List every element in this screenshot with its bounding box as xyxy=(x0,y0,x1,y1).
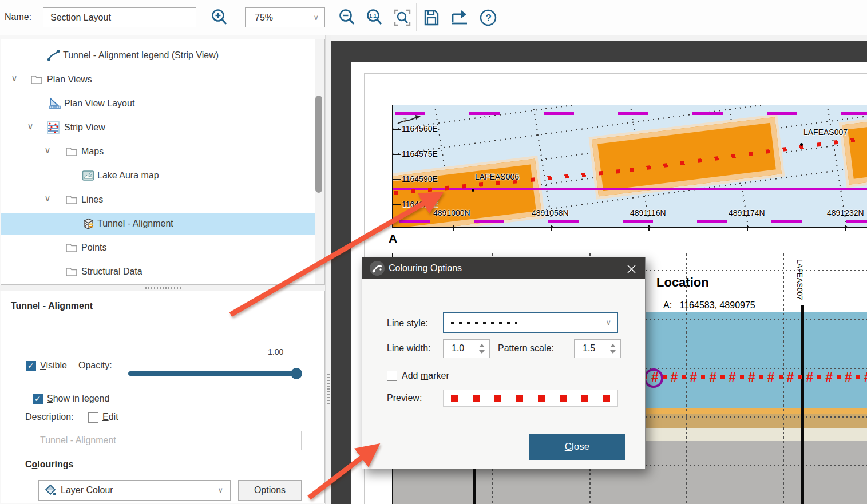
marker-dot xyxy=(701,375,705,379)
preview-dash xyxy=(451,395,458,402)
line-width-spinner[interactable]: 1.0 xyxy=(443,339,490,358)
spinner-up-icon[interactable] xyxy=(479,344,485,347)
spinner-up-icon[interactable] xyxy=(610,344,616,347)
sidebar-item-maps[interactable]: ∨Maps xyxy=(1,141,324,162)
zoom-fit-button[interactable] xyxy=(391,7,413,29)
sidebar-item-plan-views[interactable]: ∨Plan Views xyxy=(1,69,324,90)
panel-splitter[interactable] xyxy=(0,285,325,291)
tree-item-label: Strip View xyxy=(64,122,105,133)
sidebar-item-points[interactable]: Points xyxy=(1,237,324,259)
line-style-label: Line style: xyxy=(387,318,428,328)
map-edge-dash xyxy=(846,220,867,223)
zoom-out-button[interactable] xyxy=(336,7,358,29)
selection-circle xyxy=(644,368,663,388)
marker-hash: # xyxy=(729,370,736,385)
visible-checkbox[interactable] xyxy=(26,361,36,371)
marker-hash: # xyxy=(748,370,755,385)
add-marker-checkbox[interactable] xyxy=(387,371,397,381)
chevron-down-icon: ∨ xyxy=(605,318,611,327)
location-a-label: A: xyxy=(663,300,672,310)
save-icon xyxy=(422,8,441,27)
section-start-label: A xyxy=(389,232,397,245)
easting-label: 1164605E xyxy=(402,200,438,209)
sidebar-item-plan-view-layout[interactable]: Plan View Layout xyxy=(1,93,324,114)
marker-hash: # xyxy=(767,370,775,385)
pattern-scale-spinner[interactable]: 1.5 xyxy=(574,339,621,358)
pattern-scale-label: Pattern scale: xyxy=(498,343,554,354)
close-button[interactable]: Close xyxy=(529,434,625,460)
sidebar-item-strip-view[interactable]: ∨Strip View xyxy=(1,117,324,138)
sidebar-item-lines[interactable]: ∨Lines xyxy=(1,189,324,211)
marker-dot xyxy=(720,375,725,379)
drillhole-label: LAFEAS007 xyxy=(795,259,804,308)
location-row-a: A: 1164583, 4890975 xyxy=(663,300,755,311)
map-edge-dash xyxy=(697,220,727,223)
zoom-actual-size-button[interactable]: 1:1 xyxy=(364,7,386,29)
map-edge-dash xyxy=(618,112,648,115)
edit-description-checkbox[interactable] xyxy=(88,412,98,423)
chevron-down-icon[interactable]: ∨ xyxy=(41,145,54,158)
zoom-in-button[interactable] xyxy=(209,7,231,29)
map-edge-dash xyxy=(623,220,653,223)
strip-map-view[interactable]: 1164560E1164575E1164590E1164605E4891000N… xyxy=(392,105,867,228)
map-edge-dash xyxy=(544,112,574,115)
marker-hash: # xyxy=(825,370,833,385)
map-edge-dash xyxy=(767,112,797,115)
zoom-level-select[interactable]: 75% ∨ xyxy=(245,7,325,27)
easting-label: 1164590E xyxy=(402,174,438,184)
sidebar-item-lake-aura-map[interactable]: Lake Aura map xyxy=(1,165,324,186)
marker-hash: # xyxy=(845,370,852,385)
edit-label: Edit xyxy=(102,412,118,422)
map-tick xyxy=(393,204,401,205)
dialog-titlebar[interactable]: Colouring Options xyxy=(362,257,645,279)
tree-scrollbar-track[interactable] xyxy=(315,39,324,284)
line-style-select[interactable]: ∨ xyxy=(443,312,618,333)
folder-icon xyxy=(65,265,78,279)
sidebar-item-tunnel-alignment-legend-strip-view-[interactable]: Tunnel - Alignment legend (Strip View) xyxy=(1,45,324,66)
sidebar-item-structural-data[interactable]: Structural Data xyxy=(1,261,324,283)
map-gridline xyxy=(392,105,867,130)
chevron-down-icon: ∨ xyxy=(313,13,319,22)
description-input[interactable] xyxy=(33,431,302,450)
map-axis-tick xyxy=(453,225,454,231)
map-tick xyxy=(393,129,401,130)
tree-item-label: Tunnel - Alignment legend (Strip View) xyxy=(63,50,219,61)
show-in-legend-checkbox[interactable] xyxy=(33,394,43,404)
northing-label: 4891000N xyxy=(433,208,470,217)
opacity-slider-knob[interactable] xyxy=(291,368,302,379)
export-button[interactable] xyxy=(448,7,470,29)
toolbar-separator xyxy=(474,3,474,31)
layout-name-input[interactable] xyxy=(43,7,196,27)
sidebar-item-tunnel-alignment[interactable]: Tunnel - Alignment xyxy=(1,213,324,235)
chevron-down-icon[interactable]: ∨ xyxy=(24,121,37,134)
tree-item-label: Lake Aura map xyxy=(97,170,159,181)
layout-tree-panel: Tunnel - Alignment legend (Strip View)∨P… xyxy=(1,39,325,285)
spinner-down-icon[interactable] xyxy=(479,350,485,354)
marker-hash: # xyxy=(690,370,698,385)
vertical-splitter[interactable] xyxy=(325,35,331,504)
marker-hash: # xyxy=(709,370,716,385)
chevron-down-icon[interactable]: ∨ xyxy=(41,193,54,206)
line-width-label: Line width: xyxy=(387,343,431,354)
colouring-select[interactable]: Layer Colour ∨ xyxy=(38,480,231,501)
line-preview-box xyxy=(443,390,618,407)
strip-view-icon xyxy=(46,121,60,134)
marker-dot xyxy=(759,375,763,379)
drillhole-label: LAFEAS007 xyxy=(803,128,848,137)
tree-item-label: Lines xyxy=(81,195,103,205)
chevron-down-icon[interactable]: ∨ xyxy=(8,73,21,86)
tree-scrollbar-thumb[interactable] xyxy=(315,96,322,193)
options-button[interactable]: Options xyxy=(238,480,302,501)
tunnel-marker-row: ############# xyxy=(643,366,867,388)
preview-dash xyxy=(581,395,588,402)
tree-item-label: Structural Data xyxy=(81,267,142,277)
dialog-close-button[interactable] xyxy=(623,261,639,276)
save-button[interactable] xyxy=(421,7,442,29)
preview-dash xyxy=(494,395,501,402)
opacity-slider-track[interactable] xyxy=(128,371,302,376)
spinner-down-icon[interactable] xyxy=(610,350,616,354)
location-title: Location xyxy=(656,275,709,290)
help-button[interactable]: ? xyxy=(477,7,499,29)
marker-dot xyxy=(682,375,686,379)
tunnel-corridor-patch xyxy=(842,114,867,184)
